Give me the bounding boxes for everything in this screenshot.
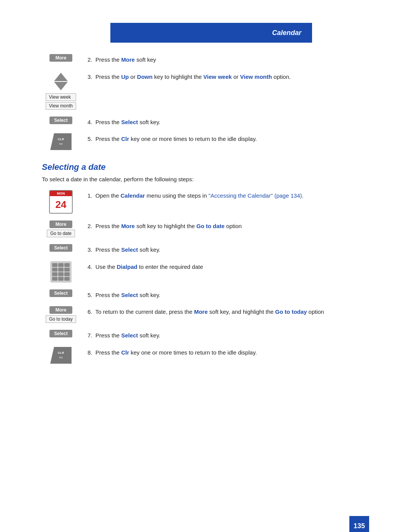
calendar-icon-img: MON 24 [49, 190, 73, 214]
content-area: More 2. Press the More soft key View wee… [0, 43, 411, 393]
dialpad-dot [64, 268, 70, 272]
step-2-suffix: soft key [135, 56, 156, 63]
s2-step-4-text: 4. Use the Dialpad to enter the required… [88, 261, 369, 272]
view-week-option: View week [46, 93, 76, 101]
s2-step-5-select: Select [121, 292, 138, 298]
dialpad-dot [64, 272, 70, 276]
icon-col-dialpad [42, 261, 80, 283]
dialpad-dot [52, 272, 57, 276]
dialpad-dot [58, 277, 64, 281]
s2-step-1-calendar: Calendar [121, 192, 145, 199]
step-row-4: Select 4. Press the Select soft key. [42, 117, 369, 127]
view-month-option: View month [46, 102, 76, 110]
s2-step-8-clr: Clr [121, 349, 129, 356]
step-5-clr: Clr [121, 136, 129, 142]
s2-step-7-select: Select [121, 332, 138, 339]
s2-step-7-text: 7. Press the Select soft key. [88, 330, 369, 340]
s2-step-8-label: 8. Press the [88, 349, 121, 356]
step-3-down: Down [137, 73, 153, 80]
clr-key-icon-1: CLR no [50, 133, 72, 150]
s2-step-6-gototoday: Go to today [275, 308, 307, 315]
dialpad-icon-img [50, 261, 72, 283]
arrow-down-icon [54, 82, 68, 90]
s2-step-row-5: Select 5. Press the Select soft key. [42, 289, 369, 300]
s2-step-6-text: 6. To return to the current date, press … [88, 306, 369, 316]
icon-col-clr2: CLR no [42, 347, 80, 364]
select-softkey-icon-1: Select [49, 117, 72, 124]
menu-options-1: View week View month [46, 93, 76, 110]
s2-step-8-text: 8. Press the Clr key one or more times t… [88, 347, 369, 357]
icon-col-more: More [42, 54, 80, 62]
s2-step-3-select: Select [121, 246, 138, 253]
s2-step-6-label: 6. To return to the current date, press … [88, 308, 194, 315]
more-softkey-icon: More [49, 54, 72, 62]
dialpad-dot [52, 277, 57, 281]
s2-step-2-label: 2. Press the [88, 223, 121, 229]
step-4-label: 4. Press the [88, 119, 121, 125]
step-3-text: 3. Press the Up or Down key to highlight… [88, 71, 369, 81]
dialpad-dot [52, 268, 57, 272]
s2-step-row-2: More Go to date 2. Press the More soft k… [42, 220, 369, 237]
step-3-up: Up [121, 73, 129, 80]
step-4-text: 4. Press the Select soft key. [88, 117, 369, 127]
s2-step-7-label: 7. Press the [88, 332, 121, 339]
s2-step-4-label: 4. Use the [88, 264, 117, 270]
step-3-viewmonth: View month [240, 73, 272, 80]
select-softkey-icon-4: Select [49, 330, 72, 337]
s2-step-4-dialpad: Dialpad [117, 264, 137, 270]
s2-step-3-label: 3. Press the [88, 246, 121, 253]
step-row: More 2. Press the More soft key [42, 54, 369, 64]
step-3-viewweek: View week [203, 73, 232, 80]
s2-step-6-more: More [194, 308, 208, 315]
icon-stack-6: More Go to today [46, 306, 76, 323]
calendar-icon-date: 24 [50, 196, 72, 213]
icon-col-arrows: View week View month [42, 71, 80, 110]
more-softkey-icon-2: More [49, 220, 72, 228]
icon-col-select1: Select [42, 117, 80, 124]
go-to-today-option: Go to today [46, 315, 76, 323]
page-number: 135 [349, 516, 369, 532]
header-bar: Calendar [110, 23, 312, 43]
dialpad-dot [58, 272, 64, 276]
s2-step-2-gotodate: Go to date [196, 223, 225, 229]
step-4-select: Select [121, 119, 138, 125]
dialpad-dot [52, 263, 57, 267]
select-softkey-icon-2: Select [49, 244, 72, 252]
arrow-up-icon [54, 73, 68, 81]
svg-text:no: no [59, 142, 63, 145]
step-2-label: 2. Press the [88, 56, 121, 63]
step-2-text: 2. Press the More soft key [88, 54, 369, 64]
step-5-label: 5. Press the [88, 136, 121, 142]
s2-step-row-1: MON 24 1. Open the Calendar menu using t… [42, 190, 369, 214]
icon-stack-2: More Go to date [47, 220, 75, 237]
icon-col-select3: Select [42, 289, 80, 297]
icon-col-select4: Select [42, 330, 80, 337]
dialpad-dot [64, 277, 70, 281]
step-2-more: More [121, 56, 135, 63]
section-2-heading: Selecting a date [42, 162, 369, 172]
icon-col-select2: Select [42, 244, 80, 252]
more-softkey-icon-3: More [49, 306, 72, 314]
icon-col-calendar: MON 24 [42, 190, 80, 214]
select-softkey-icon-3: Select [49, 289, 72, 297]
s2-step-5-text: 5. Press the Select soft key. [88, 289, 369, 300]
s2-step-row-4: 4. Use the Dialpad to enter the required… [42, 261, 369, 283]
step-row-3: View week View month 3. Press the Up or … [42, 71, 369, 110]
s2-step-2-more: More [121, 223, 135, 229]
dialpad-dot [64, 263, 70, 267]
s2-step-1-text: 1. Open the Calendar menu using the step… [88, 190, 369, 200]
dialpad-dot [58, 263, 64, 267]
go-to-date-option: Go to date [47, 230, 75, 237]
step-3-label: 3. Press the [88, 73, 121, 80]
svg-text:CLR: CLR [58, 351, 64, 355]
icon-col-more2: More Go to date [42, 220, 80, 237]
step-5-text: 5. Press the Clr key one or more times t… [88, 133, 369, 144]
icon-col-clr1: CLR no [42, 133, 80, 150]
page-container: Calendar More 2. Press the More soft key [0, 23, 411, 532]
svg-marker-0 [50, 133, 72, 150]
s2-step-1-link: "Accessing the Calendar" (page 134). [209, 192, 304, 199]
calendar-icon-top: MON [50, 191, 72, 196]
page-title: Calendar [272, 29, 301, 37]
clr-svg-1: CLR no [50, 133, 72, 150]
clr-key-icon-2: CLR no [50, 347, 72, 364]
